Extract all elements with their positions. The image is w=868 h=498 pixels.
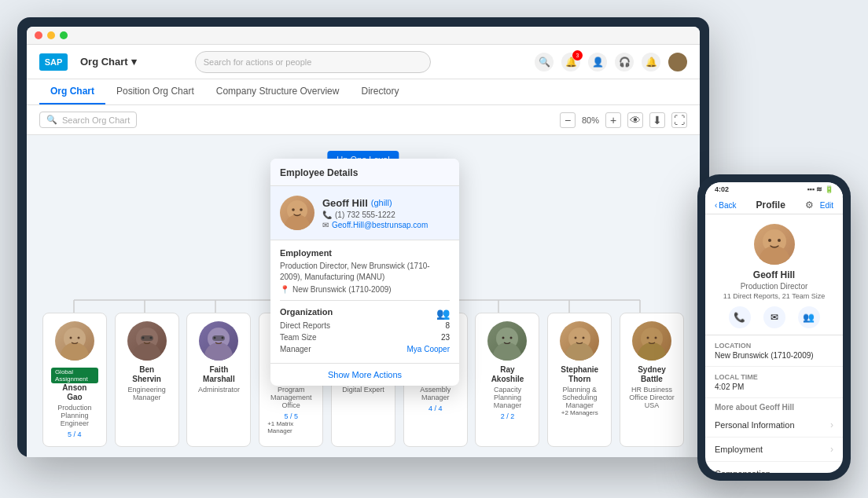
phone-call-button[interactable]: 📞 xyxy=(729,306,751,328)
fullscreen-button[interactable]: ⛶ xyxy=(671,112,687,128)
phone-location-label: Location xyxy=(715,342,833,350)
tab-position-org-chart[interactable]: Position Org Chart xyxy=(105,79,205,104)
phone-menu-employment[interactable]: Employment › xyxy=(705,438,843,462)
phone-location-value: New Brunswick (1710-2009) xyxy=(715,351,833,360)
phone-face xyxy=(754,224,795,265)
employment-text: Production Director, New Brunswick (1710… xyxy=(280,261,450,283)
ben-avatar xyxy=(127,321,167,361)
phone-local-time-label: Local Time xyxy=(715,373,833,381)
employee-details-popup: Employee Details xyxy=(270,159,459,386)
ray-face xyxy=(487,321,527,361)
svg-point-58 xyxy=(759,246,790,265)
person-card-ray[interactable]: RayAkoshile Capacity Planning Manager 2 … xyxy=(475,313,539,447)
minimize-button[interactable] xyxy=(47,31,55,39)
phone-location-section: Location New Brunswick (1710-2009) xyxy=(705,335,843,367)
download-button[interactable]: ⬇ xyxy=(649,112,665,128)
manager-row: Manager Mya Cooper xyxy=(280,343,450,355)
org-person-icon: 👥 xyxy=(436,307,450,320)
svg-point-59 xyxy=(768,239,771,242)
zoom-level: 80% xyxy=(582,115,599,125)
back-chevron-icon: ‹ xyxy=(715,201,717,210)
popup-face xyxy=(280,196,314,230)
tab-org-chart[interactable]: Org Chart xyxy=(39,79,105,104)
phone-person-stats: 11 Direct Reports, 21 Team Size xyxy=(723,292,825,300)
employment-section-title: Employment xyxy=(280,248,450,258)
org-search[interactable]: 🔍 Search Org Chart xyxy=(39,112,137,128)
person-icon[interactable]: 👤 xyxy=(588,53,607,71)
phone-profile-title: Profile xyxy=(756,200,785,211)
svg-point-43 xyxy=(502,337,505,339)
global-search[interactable]: Search for actions or people xyxy=(195,51,431,73)
headset-icon[interactable]: 🎧 xyxy=(615,53,634,71)
tab-company-structure[interactable]: Company Structure Overview xyxy=(205,79,351,104)
notification-icon[interactable]: 🔔 3 xyxy=(561,53,580,71)
person-card-ben[interactable]: BenShervin Engineering Manager xyxy=(115,313,179,447)
zoom-in-button[interactable]: + xyxy=(605,112,621,128)
notification-badge: 3 xyxy=(572,50,583,60)
svg-point-42 xyxy=(493,342,521,361)
svg-point-47 xyxy=(575,337,577,339)
jakki-title: Digital Expert xyxy=(342,386,384,394)
maximize-button[interactable] xyxy=(60,31,68,39)
anson-avatar xyxy=(55,321,94,361)
svg-point-55 xyxy=(292,208,295,211)
svg-point-60 xyxy=(778,239,781,242)
phone-email-button[interactable]: ✉ xyxy=(763,306,785,328)
global-assignment-badge: Global Assignment xyxy=(51,368,98,383)
zoom-controls: − 80% + 👁 ⬇ ⛶ xyxy=(560,112,687,128)
jada-badge: +1 Matrix Manager xyxy=(267,420,314,434)
org-canvas: Up One Level xyxy=(27,135,700,457)
chevron-right-icon-personal: › xyxy=(830,419,833,430)
ben-face xyxy=(127,321,167,361)
org-header: Organization 👥 xyxy=(280,307,450,320)
phone-back-button[interactable]: ‹ Back xyxy=(715,201,737,210)
close-button[interactable] xyxy=(35,31,42,39)
phone-org-button[interactable]: 👥 xyxy=(798,306,820,328)
sap-logo: SAP xyxy=(39,53,68,71)
phone-menu-compensation[interactable]: Compensation › xyxy=(705,462,843,473)
team-size-row: Team Size 23 xyxy=(280,331,450,343)
phone-time: 4:02 xyxy=(715,185,729,193)
jada-title: Program Management Office xyxy=(267,386,314,409)
phone-gear-icon[interactable]: ⚙ xyxy=(805,200,814,211)
popup-email[interactable]: ✉ Geoff.Hill@bestrunsap.com xyxy=(322,221,428,229)
person-card-stephanie[interactable]: StephanieThorn Planning & Scheduling Man… xyxy=(547,313,612,447)
phone-status-bar: 4:02 ▪▪▪ ≋ 🔋 xyxy=(705,182,843,196)
direct-reports-row: Direct Reports 8 xyxy=(280,320,450,331)
app-title[interactable]: Org Chart ▾ xyxy=(80,56,137,68)
tab-directory[interactable]: Directory xyxy=(350,79,410,104)
sydney-title: HR Business Office Director USA xyxy=(628,386,675,409)
phone-profile-section: Geoff Hill Production Director 11 Direct… xyxy=(705,214,843,335)
stephanie-avatar xyxy=(560,321,599,361)
popup-body: Employment Production Director, New Brun… xyxy=(270,240,459,363)
phone-person-role: Production Director xyxy=(741,282,808,291)
faith-title: Administrator xyxy=(198,386,240,394)
chevron-right-icon-compensation: › xyxy=(830,468,833,473)
chevron-right-icon-employment: › xyxy=(830,444,833,455)
phone-signal: ▪▪▪ ≋ 🔋 xyxy=(807,185,833,193)
sydney-name: SydneyBattle xyxy=(638,365,666,384)
search-icon[interactable]: 🔍 xyxy=(535,53,554,71)
james-count: 4 / 4 xyxy=(428,405,443,412)
bell-icon[interactable]: 🔔 xyxy=(642,53,660,71)
svg-point-44 xyxy=(510,337,513,339)
phone-edit-button[interactable]: Edit xyxy=(820,201,833,210)
show-more-button[interactable]: Show More Actions xyxy=(270,363,459,386)
anson-face xyxy=(55,321,94,361)
visibility-button[interactable]: 👁 xyxy=(627,112,643,128)
stephanie-face xyxy=(560,321,599,361)
popup-title: Employee Details xyxy=(280,167,358,178)
zoom-out-button[interactable]: − xyxy=(560,112,576,128)
svg-point-18 xyxy=(77,337,79,339)
person-card-faith[interactable]: FaithMarshall Administrator xyxy=(186,313,251,447)
user-avatar[interactable] xyxy=(668,53,687,71)
phone-menu-personal[interactable]: Personal Information › xyxy=(705,413,843,438)
person-card-anson[interactable]: Global Assignment AnsonGao Production Pl… xyxy=(42,313,107,447)
svg-point-50 xyxy=(638,342,666,361)
svg-point-16 xyxy=(61,342,89,361)
ray-title: Capacity Planning Manager xyxy=(484,386,531,409)
stephanie-title: Planning & Scheduling Manager xyxy=(556,386,603,409)
jada-count: 5 / 5 xyxy=(284,412,298,420)
person-card-sydney[interactable]: SydneyBattle HR Business Office Director… xyxy=(620,313,684,447)
sydney-face xyxy=(632,321,671,361)
